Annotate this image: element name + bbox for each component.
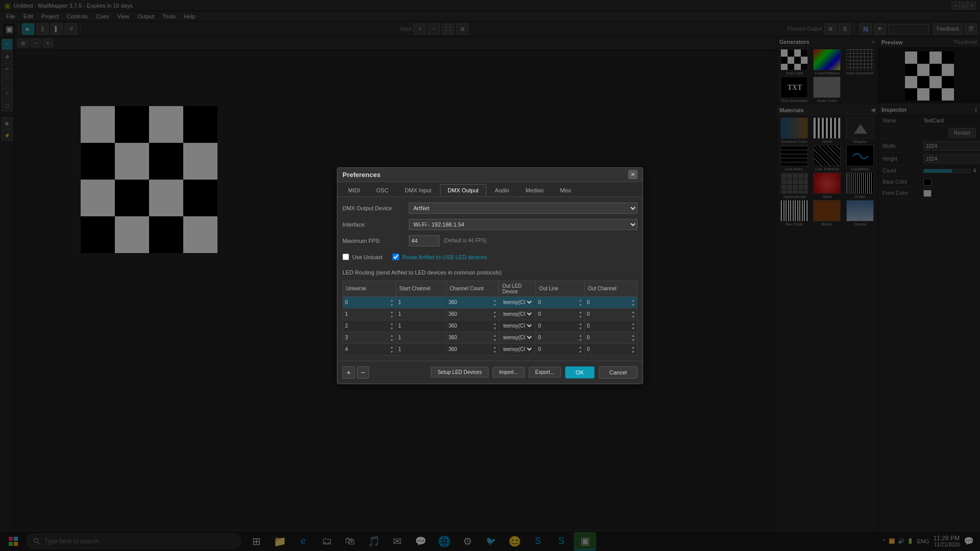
cell-start-0[interactable] (396, 296, 446, 308)
cell-universe-2[interactable]: ▲ ▼ (343, 320, 396, 332)
routing-table-body: ▲ ▼ ▲ ▼ (343, 296, 638, 355)
input-universe-0[interactable] (345, 299, 389, 305)
import-button[interactable]: Import... (493, 367, 525, 378)
cell-out-line-2[interactable]: ▲ ▼ (536, 320, 584, 332)
routing-row-1[interactable]: ▲ ▼ ▲ ▼ (343, 308, 638, 320)
routing-row-2[interactable]: ▲ ▼ ▲ ▼ (343, 320, 638, 332)
preferences-close-button[interactable]: ✕ (628, 170, 638, 179)
cell-led-device-4[interactable]: teensy(COM4) (499, 343, 535, 355)
cell-universe-0[interactable]: ▲ ▼ (343, 296, 396, 308)
input-universe-3[interactable] (345, 335, 389, 340)
pref-device-select[interactable]: ArtNet (409, 203, 638, 214)
cell-start-2[interactable] (396, 320, 446, 332)
cell-count-2[interactable]: ▲ ▼ (446, 320, 499, 332)
cell-out-channel-0[interactable]: ▲ ▼ (584, 296, 637, 308)
input-out-line-2[interactable] (538, 323, 577, 329)
input-start-2[interactable] (398, 323, 444, 329)
input-universe-4[interactable] (345, 346, 389, 352)
cell-start-3[interactable] (396, 332, 446, 343)
col-out-led-device: Out LED Device (499, 281, 535, 296)
routing-table: Universe Start Channel Channel Count Out… (342, 281, 638, 356)
pref-fps-label: Maximum FPS: (342, 238, 409, 244)
pref-tab-dmxinput[interactable]: DMX Input (397, 184, 439, 196)
col-start-channel: Start Channel (396, 281, 446, 296)
input-start-0[interactable] (398, 299, 444, 305)
input-out-channel-2[interactable] (587, 323, 630, 329)
cell-out-line-1[interactable]: ▲ ▼ (536, 308, 584, 320)
pref-fps-input[interactable] (409, 235, 439, 246)
input-start-1[interactable] (398, 311, 444, 317)
cell-out-line-4[interactable]: ▲ ▼ (536, 343, 584, 355)
pref-ok-button[interactable]: OK (565, 366, 595, 379)
select-led-device-3[interactable]: teensy(COM4) (501, 334, 533, 341)
cell-start-4[interactable] (396, 343, 446, 355)
preferences-content: DMX Output Device ArtNet Interface: Wi-F… (337, 197, 643, 361)
input-start-3[interactable] (398, 335, 444, 340)
cell-led-device-0[interactable]: teensy(COM4) (499, 296, 535, 308)
col-universe: Universe (343, 281, 396, 296)
pref-device-row: DMX Output Device ArtNet (342, 202, 638, 214)
preferences-title: Preferences (342, 171, 380, 179)
input-out-line-0[interactable] (538, 299, 577, 305)
input-count-3[interactable] (449, 335, 492, 340)
input-count-2[interactable] (449, 323, 492, 329)
cell-out-channel-2[interactable]: ▲ ▼ (584, 320, 637, 332)
pref-interface-select[interactable]: Wi-Fi - 192.168.1.54 (409, 219, 638, 230)
cell-out-channel-1[interactable]: ▲ ▼ (584, 308, 637, 320)
select-led-device-1[interactable]: teensy(COM4) (501, 311, 533, 317)
input-universe-1[interactable] (345, 311, 389, 317)
pref-interface-label: Interface: (342, 221, 409, 228)
input-out-channel-3[interactable] (587, 335, 630, 340)
pref-fps-row: Maximum FPS: (Default is 44 FPS) (342, 235, 638, 247)
pref-tab-medias[interactable]: Medias (518, 184, 551, 196)
input-out-channel-1[interactable] (587, 311, 630, 317)
routing-table-header-row: Universe Start Channel Channel Count Out… (343, 281, 638, 296)
pref-cancel-button[interactable]: Cancel (599, 366, 638, 379)
cell-count-3[interactable]: ▲ ▼ (446, 332, 499, 343)
cell-out-channel-4[interactable]: ▲ ▼ (584, 343, 637, 355)
cell-out-line-0[interactable]: ▲ ▼ (536, 296, 584, 308)
input-count-4[interactable] (449, 346, 492, 352)
pref-unicast-checkbox[interactable] (342, 254, 349, 260)
preferences-titlebar: Preferences ✕ (337, 168, 643, 182)
pref-tab-midi[interactable]: MIDI (340, 184, 368, 196)
cell-led-device-2[interactable]: teensy(COM4) (499, 320, 535, 332)
cell-led-device-1[interactable]: teensy(COM4) (499, 308, 535, 320)
input-count-0[interactable] (449, 299, 492, 305)
input-out-channel-4[interactable] (587, 346, 630, 352)
cell-start-1[interactable] (396, 308, 446, 320)
pref-remove-button[interactable]: − (357, 366, 369, 379)
input-out-line-4[interactable] (538, 346, 577, 352)
pref-interface-row: Interface: Wi-Fi - 192.168.1.54 (342, 218, 638, 231)
setup-led-button[interactable]: Setup LED Devices (431, 367, 488, 378)
cell-universe-3[interactable]: ▲ ▼ (343, 332, 396, 343)
pref-tab-misc[interactable]: Misc (552, 184, 579, 196)
select-led-device-0[interactable]: teensy(COM4) (501, 299, 533, 306)
input-start-4[interactable] (398, 346, 444, 352)
pref-tab-osc[interactable]: OSC (369, 184, 396, 196)
routing-row-0[interactable]: ▲ ▼ ▲ ▼ (343, 296, 638, 308)
input-out-channel-0[interactable] (587, 299, 630, 305)
pref-tab-audio[interactable]: Audio (487, 184, 517, 196)
pref-add-button[interactable]: + (342, 366, 355, 379)
cell-count-1[interactable]: ▲ ▼ (446, 308, 499, 320)
cell-led-device-3[interactable]: teensy(COM4) (499, 332, 535, 343)
cell-count-4[interactable]: ▲ ▼ (446, 343, 499, 355)
cell-universe-4[interactable]: ▲ ▼ (343, 343, 396, 355)
footer-left-buttons: + − (342, 366, 369, 379)
input-out-line-3[interactable] (538, 335, 577, 340)
input-count-1[interactable] (449, 311, 492, 317)
select-led-device-2[interactable]: teensy(COM4) (501, 322, 533, 329)
pref-tab-dmxoutput[interactable]: DMX Output (440, 184, 486, 196)
cell-out-channel-3[interactable]: ▲ ▼ (584, 332, 637, 343)
export-button[interactable]: Export... (529, 367, 561, 378)
pref-route-artnet-checkbox[interactable] (393, 254, 399, 260)
input-universe-2[interactable] (345, 323, 389, 329)
cell-count-0[interactable]: ▲ ▼ (446, 296, 499, 308)
routing-row-3[interactable]: ▲ ▼ ▲ ▼ (343, 332, 638, 343)
cell-universe-1[interactable]: ▲ ▼ (343, 308, 396, 320)
input-out-line-1[interactable] (538, 311, 577, 317)
cell-out-line-3[interactable]: ▲ ▼ (536, 332, 584, 343)
routing-row-4[interactable]: ▲ ▼ ▲ ▼ (343, 343, 638, 355)
select-led-device-4[interactable]: teensy(COM4) (501, 346, 533, 353)
